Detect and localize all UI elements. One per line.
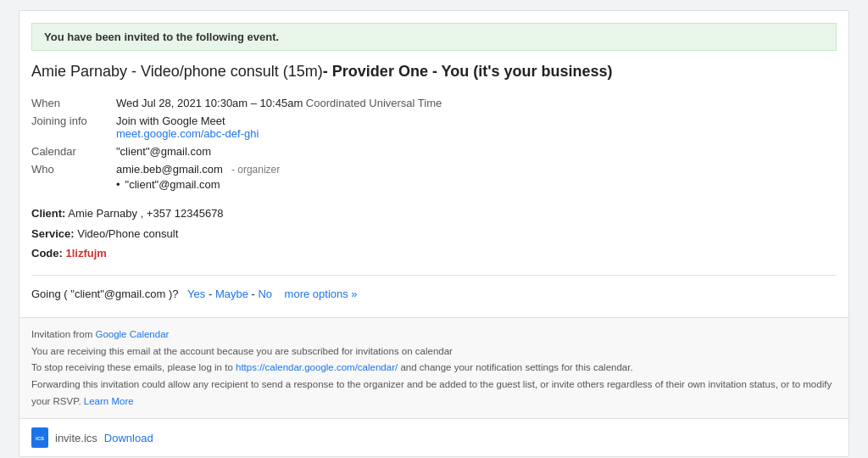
going-row: Going ( "client"@gmail.com )? Yes - Mayb… <box>31 282 837 300</box>
event-title-suffix: - Provider One - You (it's your business… <box>323 63 613 80</box>
event-title-prefix: Amie Parnaby - Video/phone consult (15m) <box>31 63 323 80</box>
going-yes-link[interactable]: Yes <box>187 288 205 300</box>
footer-forwarding-line: Forwarding this invitation could allow a… <box>31 377 837 410</box>
google-meet-link[interactable]: meet.google.com/abc-def-ghi <box>116 127 259 140</box>
going-space <box>275 288 281 300</box>
calendar-label: Calendar <box>31 142 116 160</box>
who-organizer-email: amie.beb@gmail.com <box>116 163 223 176</box>
who-organizer-row: amie.beb@gmail.com - organizer <box>116 163 442 176</box>
client-line: Client: Amie Parnaby , +357 12345678 <box>31 204 837 223</box>
divider <box>31 275 837 276</box>
going-no-link[interactable]: No <box>258 288 272 300</box>
code-line: Code: 1lizfujm <box>31 243 837 263</box>
event-title: Amie Parnaby - Video/phone consult (15m)… <box>31 61 837 82</box>
client-name: Amie Parnaby <box>68 207 137 220</box>
when-row: When Wed Jul 28, 2021 10:30am – 10:45am … <box>31 94 442 112</box>
footer-invitation-prefix: Invitation from <box>31 329 92 339</box>
going-dash1: - <box>209 288 215 300</box>
when-tz: Coordinated Universal Time <box>306 97 442 109</box>
footer-receiving-suffix: because you are subscribed for invitatio… <box>217 346 453 356</box>
when-time: 10:30am – 10:45am <box>205 97 303 109</box>
invite-banner: You have been invited to the following e… <box>31 23 837 51</box>
banner-text: You have been invited to the following e… <box>44 31 279 43</box>
footer-stop-line: To stop receiving these emails, please l… <box>31 360 837 377</box>
who-bullet: • <box>116 178 120 191</box>
code-label: Code: <box>31 247 63 260</box>
joining-label: Joining info <box>31 112 116 142</box>
event-details-table: When Wed Jul 28, 2021 10:30am – 10:45am … <box>31 94 442 193</box>
service-value: Video/Phone consult <box>77 227 178 240</box>
calendar-value: "client"@gmail.com <box>116 142 442 160</box>
joining-row: Joining info Join with Google Meet meet.… <box>31 112 442 142</box>
footer-receiving-text: You are receiving this email at the acco… <box>31 346 214 356</box>
google-calendar-link[interactable]: Google Calendar <box>95 329 169 339</box>
code-value: 1lizfujm <box>65 247 106 260</box>
going-more-link[interactable]: more options » <box>285 288 358 300</box>
footer-stop-suffix: and change your notification settings fo… <box>400 362 632 372</box>
footer-forwarding-text: Forwarding this invitation could allow a… <box>31 379 832 406</box>
service-line: Service: Video/Phone consult <box>31 224 837 243</box>
client-info: Client: Amie Parnaby , +357 12345678 Ser… <box>31 204 837 263</box>
going-maybe-link[interactable]: Maybe <box>215 288 248 300</box>
email-container: You have been invited to the following e… <box>19 10 849 457</box>
footer-stop-text: To stop receiving these emails, please l… <box>31 362 233 372</box>
footer-invitation-line: Invitation from Google Calendar <box>31 327 837 344</box>
email-content: Amie Parnaby - Video/phone consult (15m)… <box>19 61 849 317</box>
client-phone: , +357 12345678 <box>141 207 224 220</box>
footer-learn-more-link[interactable]: Learn More <box>84 396 134 406</box>
svg-text:ICS: ICS <box>36 436 44 441</box>
email-footer: Invitation from Google Calendar You are … <box>19 317 849 418</box>
footer-stop-link[interactable]: https://calendar.google.com/calendar/ <box>236 362 398 372</box>
attachment-filename: invite.ics <box>55 432 97 444</box>
when-date: Wed Jul 28, 2021 <box>116 97 202 109</box>
joining-text: Join with Google Meet <box>116 114 442 127</box>
who-attendee-row: • "client"@gmail.com <box>116 178 442 191</box>
attachment-bar: ICS invite.ics Download <box>19 418 849 456</box>
ics-file-icon: ICS <box>31 427 48 448</box>
when-label: When <box>31 94 116 112</box>
who-attendee-email: "client"@gmail.com <box>125 178 220 191</box>
when-value: Wed Jul 28, 2021 10:30am – 10:45am Coord… <box>116 94 442 112</box>
client-label: Client: <box>31 207 65 220</box>
who-label: Who <box>31 160 116 193</box>
going-suffix: )? <box>169 288 179 300</box>
who-organizer-tag: - organizer <box>231 164 280 176</box>
download-link[interactable]: Download <box>104 432 153 444</box>
who-value: amie.beb@gmail.com - organizer • "client… <box>116 160 442 193</box>
calendar-row: Calendar "client"@gmail.com <box>31 142 442 160</box>
footer-receiving-line: You are receiving this email at the acco… <box>31 344 837 360</box>
service-label: Service: <box>31 227 75 240</box>
joining-value: Join with Google Meet meet.google.com/ab… <box>116 112 442 142</box>
going-prefix: Going ( <box>31 288 68 300</box>
who-row: Who amie.beb@gmail.com - organizer • "cl… <box>31 160 442 193</box>
going-email: "client"@gmail.com <box>70 288 165 300</box>
